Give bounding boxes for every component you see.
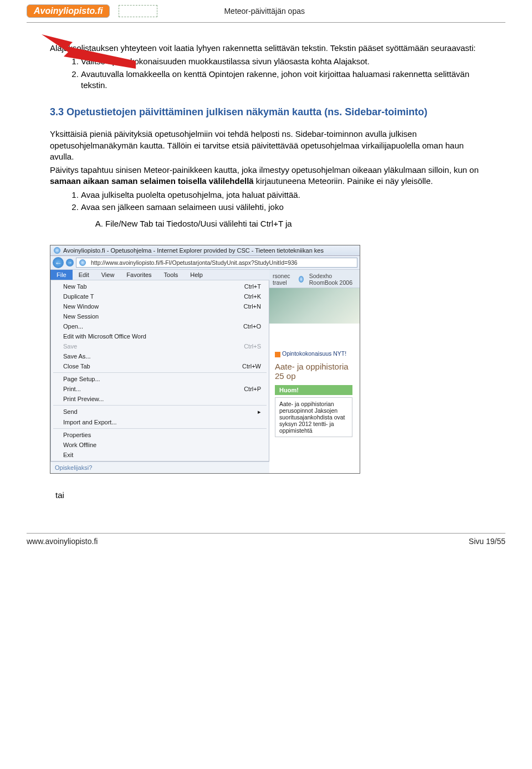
paragraph-2: Päivitys tapahtuu sinisen Meteor-painikk… <box>50 165 482 187</box>
page-header: Avoinyliopisto.fi Meteor-päivittäjän opa… <box>0 0 532 18</box>
menu-item[interactable]: Save As... <box>51 351 269 361</box>
ie-screenshot: Avoinyliopisto.fi - Opetusohjelma - Inte… <box>50 245 360 474</box>
steps-list-2: Avaa julkiselta puolelta opetusohjelma, … <box>50 189 482 213</box>
opiskelijaksi-label: Opiskelijaksi? <box>50 462 269 473</box>
huom-badge: Huom! <box>275 385 352 395</box>
tab-rsonec[interactable]: rsonec travel <box>273 273 296 286</box>
menu-item[interactable]: Print...Ctrl+P <box>51 384 269 394</box>
menu-separator <box>53 372 267 373</box>
course-heading: Aate- ja oppihistoria 25 op <box>275 362 354 381</box>
tai-text: tai <box>55 490 532 500</box>
forward-button[interactable]: → <box>66 259 74 266</box>
orange-square-icon <box>275 352 280 357</box>
section-heading: 3.3 Opetustietojen päivittäminen julkise… <box>50 105 482 119</box>
menu-edit[interactable]: Edit <box>73 270 95 280</box>
page-footer: www.avoinyliopisto.fi Sivu 19/55 <box>27 533 505 546</box>
footer-url: www.avoinyliopisto.fi <box>27 537 98 546</box>
document-body: Alajaksolistauksen yhteyteen voit laatia… <box>0 23 532 229</box>
menu-item[interactable]: Send▸ <box>51 407 269 417</box>
menu-help[interactable]: Help <box>184 270 209 280</box>
tab-favicon-icon <box>299 276 304 283</box>
breadcrumb-link[interactable]: Opintokokonaisuus NYT! <box>275 350 354 357</box>
menu-item[interactable]: Properties <box>51 430 269 440</box>
menu-item[interactable]: Work Offline <box>51 440 269 450</box>
menu-view[interactable]: View <box>95 270 121 280</box>
address-bar[interactable]: http://www.avoinyliopisto.fi/fi-FI/Opetu… <box>76 258 357 268</box>
header-title: Meteor-päivittäjän opas <box>224 7 305 16</box>
step-open-tab: Avaa sen jälkeen samaan selaimeen uusi v… <box>81 202 482 213</box>
menu-item[interactable]: Exit <box>51 450 269 460</box>
sub-list-a: File/New Tab tai Tiedosto/Uusi välilehti… <box>50 218 482 229</box>
menu-item[interactable]: Close TabCtrl+W <box>51 361 269 371</box>
url-favicon-icon <box>79 259 86 266</box>
menu-file[interactable]: File <box>50 270 73 280</box>
menu-item[interactable]: Import and Export... <box>51 417 269 427</box>
ie-icon <box>54 247 60 254</box>
step-2: Avautuvalla lomakkeella on kenttä Opinto… <box>81 69 482 91</box>
menubar: File Edit View Favorites Tools Help <box>50 270 269 280</box>
menu-item[interactable]: New WindowCtrl+N <box>51 301 269 311</box>
back-button[interactable]: ← <box>53 257 64 268</box>
huom-text: Aate- ja oppihistorian perusopinnot Jaks… <box>275 397 352 437</box>
menu-tools[interactable]: Tools <box>158 270 185 280</box>
menu-favorites[interactable]: Favorites <box>120 270 157 280</box>
step-open-public: Avaa julkiselta puolelta opetusohjelma, … <box>81 189 482 201</box>
menu-item[interactable]: New Session <box>51 311 269 321</box>
menu-item[interactable]: Print Preview... <box>51 394 269 404</box>
page-number: Sivu 19/55 <box>469 537 505 546</box>
window-titlebar: Avoinyliopisto.fi - Opetusohjelma - Inte… <box>50 245 360 256</box>
page-banner <box>269 288 360 324</box>
menu-item[interactable]: Open...Ctrl+O <box>51 321 269 331</box>
paragraph-1: Yksittäisiä pieniä päivityksiä opetusohj… <box>50 129 482 162</box>
menu-item[interactable]: Edit with Microsoft Office Word <box>51 331 269 341</box>
page-content-panel: Opintokokonaisuus NYT! Aate- ja oppihist… <box>269 324 360 441</box>
tab-strip: rsonec travel Sodexho RoomBook 2006 <box>269 270 360 288</box>
menu-item[interactable]: Duplicate TCtrl+K <box>51 291 269 301</box>
intro-paragraph: Alajaksolistauksen yhteyteen voit laatia… <box>50 43 482 54</box>
nav-toolbar: ← → http://www.avoinyliopisto.fi/fi-FI/O… <box>50 256 360 270</box>
menu-item: SaveCtrl+S <box>51 341 269 351</box>
url-text: http://www.avoinyliopisto.fi/fi-FI/Opetu… <box>91 259 298 266</box>
window-title: Avoinyliopisto.fi - Opetusohjelma - Inte… <box>63 247 324 254</box>
menu-item[interactable]: New TabCtrl+T <box>51 281 269 291</box>
steps-list-1: Valitse opintokokonaisuuden muokkaustila… <box>50 56 482 91</box>
logo-badge: Avoinyliopisto.fi <box>27 4 110 18</box>
tab-sodexho[interactable]: Sodexho RoomBook 2006 <box>309 273 356 286</box>
substep-a: File/New Tab tai Tiedosto/Uusi välilehti… <box>105 218 482 229</box>
step-1: Valitse opintokokonaisuuden muokkaustila… <box>81 56 482 67</box>
file-dropdown: New TabCtrl+TDuplicate TCtrl+KNew Window… <box>50 280 269 462</box>
menu-separator <box>53 428 267 429</box>
menu-separator <box>53 405 267 406</box>
header-dashed-box <box>119 5 157 17</box>
menu-item[interactable]: Page Setup... <box>51 374 269 384</box>
